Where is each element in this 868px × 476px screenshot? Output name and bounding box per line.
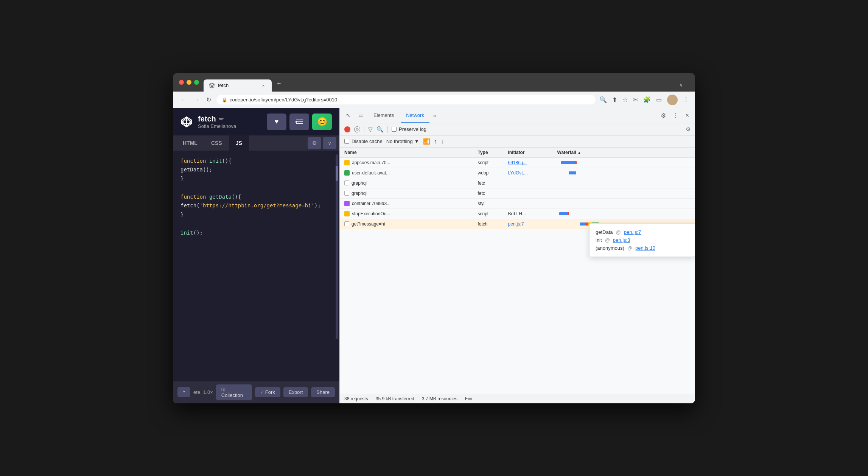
- devtools-panel: ↖ ▭ Elements Network » ⚙ ⋮ × ⊘ ▽ 🔍: [339, 108, 695, 403]
- fork-btn[interactable]: ⑂ Fork: [255, 387, 280, 397]
- close-traffic-light[interactable]: [179, 80, 184, 85]
- row-type: styl: [478, 201, 508, 206]
- row-type: fetch: [478, 221, 508, 227]
- row-type-icon: [344, 170, 350, 176]
- tooltip-at-1: @: [616, 229, 621, 235]
- forward-button[interactable]: →: [192, 96, 201, 104]
- cut-icon[interactable]: ✂: [633, 96, 638, 103]
- row-initiator: 69186.j...: [508, 160, 557, 165]
- disable-cache-checkbox[interactable]: [344, 139, 349, 144]
- table-row[interactable]: user-default-avat... webp LYdGvL...: [340, 168, 695, 178]
- browser-window: fetch × + ∨ ← → ↻ 🔒 codepen.io/sofiayem/…: [173, 73, 695, 403]
- tooltip-link-2[interactable]: pen.js:3: [613, 237, 630, 243]
- cursor-tool-icon[interactable]: ↖: [343, 108, 354, 123]
- record-button[interactable]: [344, 126, 350, 132]
- tooltip-row-1: getData @ pen.js:7: [596, 228, 689, 236]
- pen-author: Sofia Emelianova: [198, 123, 236, 129]
- devtools-settings-icon[interactable]: ⚙: [658, 108, 669, 123]
- filter-icon[interactable]: ▽: [368, 126, 373, 133]
- search-network-icon[interactable]: 🔍: [376, 126, 384, 133]
- to-collection-btn[interactable]: to Collection: [216, 384, 252, 400]
- code-editor[interactable]: function init(){ getData(); } function g…: [173, 151, 339, 381]
- row-type-icon: [344, 160, 350, 165]
- table-row[interactable]: graphql fetc: [340, 188, 695, 199]
- preserve-log-checkbox[interactable]: [392, 127, 397, 132]
- upload-icon[interactable]: ↑: [434, 138, 437, 145]
- tooltip-at-3: @: [627, 245, 632, 251]
- row-name: graphql: [352, 180, 367, 186]
- maximize-traffic-light[interactable]: [194, 80, 199, 85]
- table-row[interactable]: container.7099d3... styl: [340, 199, 695, 209]
- profile-avatar[interactable]: [667, 95, 678, 105]
- tab-close-button[interactable]: ×: [260, 82, 266, 89]
- row-checkbox[interactable]: [344, 180, 349, 185]
- codepen-info: fetch ✏ Sofia Emelianova: [198, 115, 236, 129]
- more-tools-icon[interactable]: »: [431, 109, 438, 122]
- footer-label: ete: [193, 389, 200, 395]
- minimize-traffic-light[interactable]: [187, 80, 191, 85]
- collapse-footer-btn[interactable]: ^: [177, 387, 190, 397]
- new-tab-button[interactable]: +: [272, 77, 286, 92]
- export-btn[interactable]: Export: [283, 387, 308, 397]
- table-row[interactable]: graphql fetc: [340, 178, 695, 188]
- wifi-icon[interactable]: 📶: [423, 138, 430, 145]
- finish-status: Fini: [465, 396, 472, 401]
- code-scrollbar[interactable]: [336, 154, 338, 339]
- row-name: graphql: [352, 191, 367, 196]
- back-button[interactable]: ←: [179, 96, 188, 104]
- tooltip-link-3[interactable]: pen.js:10: [635, 245, 655, 251]
- address-input[interactable]: 🔒 codepen.io/sofiayem/pen/LYdGvLg?editor…: [216, 95, 596, 104]
- row-name: user-default-avat...: [352, 170, 390, 176]
- codepen-panel: fetch ✏ Sofia Emelianova ♥: [173, 108, 339, 403]
- tooltip-link-1[interactable]: pen.js:7: [624, 229, 641, 235]
- row-type: script: [478, 160, 508, 165]
- col-initiator: Initiator: [508, 150, 557, 155]
- share-btn[interactable]: Share: [311, 387, 335, 397]
- row-checkbox[interactable]: [344, 221, 349, 226]
- heart-button[interactable]: ♥: [267, 114, 286, 130]
- tab-html[interactable]: HTML: [176, 135, 204, 151]
- tab-js[interactable]: JS: [229, 135, 249, 151]
- refresh-button[interactable]: ↻: [205, 95, 213, 104]
- stop-button[interactable]: ⊘: [354, 126, 360, 132]
- device-tool-icon[interactable]: ▭: [355, 108, 367, 123]
- row-checkbox[interactable]: [344, 191, 349, 196]
- devtools-tab-network[interactable]: Network: [401, 109, 429, 123]
- name-cell: container.7099d3...: [344, 201, 478, 206]
- tooltip-at-2: @: [605, 237, 610, 243]
- table-row[interactable]: stopExecutionOn... script Brd LH...: [340, 209, 695, 219]
- codepen-footer: ^ ete 1.0× to Collection ⑂ Fork Export S…: [173, 381, 339, 403]
- row-name: stopExecutionOn...: [352, 211, 390, 216]
- lock-icon: 🔒: [222, 97, 227, 103]
- title-bar: fetch × + ∨: [173, 73, 695, 92]
- extension-icon[interactable]: 🧩: [643, 96, 651, 103]
- name-cell: graphql: [344, 180, 478, 186]
- settings-button[interactable]: ⚙: [308, 137, 321, 149]
- name-cell: user-default-avat...: [344, 170, 478, 176]
- toolbar-gear-icon[interactable]: ⚙: [686, 126, 691, 133]
- table-row[interactable]: appcues.main.70... script 69186.j...: [340, 158, 695, 168]
- tab-menu-button[interactable]: ∨: [673, 82, 689, 92]
- search-browser-icon[interactable]: 🔍: [599, 96, 607, 103]
- toolbar-divider: [364, 126, 364, 133]
- initiator-tooltip: getData @ pen.js:7 init @ pen.js:3 (anon…: [589, 223, 695, 257]
- pen-title: fetch ✏: [198, 115, 236, 123]
- bookmark-icon[interactable]: ☆: [622, 96, 628, 103]
- face-button[interactable]: 😊: [312, 114, 332, 130]
- browser-menu-icon[interactable]: ⋮: [683, 96, 689, 103]
- throttle-select[interactable]: No throttling ▼: [386, 138, 419, 144]
- devtools-menu-icon[interactable]: ⋮: [670, 108, 681, 123]
- sidebar-icon[interactable]: ▭: [656, 96, 662, 103]
- address-text: codepen.io/sofiayem/pen/LYdGvLg?editors=…: [230, 97, 337, 103]
- list-button[interactable]: [289, 114, 309, 130]
- download-icon[interactable]: ↓: [441, 138, 444, 145]
- edit-icon[interactable]: ✏: [219, 116, 224, 122]
- tab-css[interactable]: CSS: [204, 135, 229, 151]
- collapse-button[interactable]: ∨: [323, 137, 336, 149]
- col-name: Name: [344, 150, 478, 155]
- devtools-close-button[interactable]: ×: [683, 108, 692, 123]
- devtools-tab-elements[interactable]: Elements: [368, 109, 399, 123]
- row-type: script: [478, 211, 508, 216]
- active-tab[interactable]: fetch ×: [204, 79, 272, 92]
- share-icon[interactable]: ⬆: [612, 96, 617, 103]
